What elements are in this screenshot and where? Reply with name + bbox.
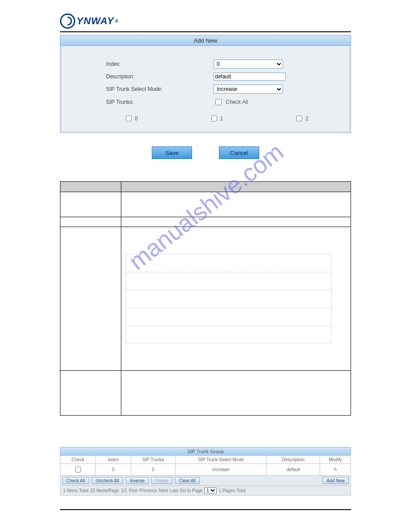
logo: YNWAY ® (0, 0, 411, 31)
row-check[interactable] (75, 467, 81, 472)
pager-previous[interactable]: Previous (139, 488, 157, 493)
check-all-checkbox[interactable] (215, 99, 222, 105)
cell-description: default (267, 464, 320, 476)
trunk-1-label: 1 (220, 116, 223, 122)
pager-goto-select[interactable]: 1 (204, 487, 217, 494)
trunk-0-checkbox[interactable] (126, 116, 132, 121)
trunk-group-title: SIP Trunk Group (60, 447, 351, 455)
inverse-button[interactable]: Inverse (126, 477, 149, 484)
cell-index: 0 (96, 464, 131, 476)
pager-first[interactable]: First (129, 488, 137, 493)
index-select[interactable]: 0 (214, 60, 283, 69)
logo-text: YNWAY (77, 15, 114, 27)
add-new-title: Add New (60, 35, 351, 46)
save-button[interactable]: Save (152, 146, 192, 159)
th-selectmode: SIP Trunk Select Mode (176, 456, 267, 464)
description-input[interactable] (214, 73, 286, 81)
cell-siptrunks: 0 (131, 464, 176, 476)
trunk-2-label: 2 (305, 116, 308, 122)
th-index: Index (96, 456, 131, 464)
pager-goto-label: Go to Page (180, 488, 203, 493)
delete-button[interactable]: Delete (151, 477, 172, 484)
pager-pages-total: 1 Pages Total (218, 488, 245, 493)
select-mode-select[interactable]: Increase (214, 85, 283, 94)
th-description: Description (267, 456, 320, 464)
modify-icon[interactable]: ✎ (320, 464, 351, 476)
uncheck-all-button[interactable]: Uncheck All (92, 477, 123, 484)
spec-table (60, 181, 351, 416)
trunk-group-table: Check Index SIP Trunks SIP Trunk Select … (60, 455, 351, 476)
index-label: Index: (61, 61, 214, 67)
select-mode-label: SIP Trunk Select Mode: (61, 86, 214, 92)
cell-selectmode: Increase (176, 464, 267, 476)
pager-perpage: 20 Items/Page (90, 488, 119, 493)
pager-next[interactable]: Next (158, 488, 168, 493)
check-all-label: Check All (226, 99, 248, 105)
description-label: Description: (61, 73, 214, 80)
cancel-button[interactable]: Cancel (219, 146, 259, 159)
th-check: Check (60, 456, 96, 464)
add-new-button[interactable]: Add New (322, 477, 349, 484)
table-row: 0 0 Increase default ✎ (60, 464, 351, 476)
clear-all-button[interactable]: Clear All (175, 477, 200, 484)
pager: 1 Items Total 20 Items/Page 1/1 First Pr… (60, 486, 351, 496)
th-siptrunks: SIP Trunks (131, 456, 176, 464)
logo-icon (60, 13, 75, 29)
trunk-2-checkbox[interactable] (296, 116, 302, 121)
trunk-1-checkbox[interactable] (211, 116, 217, 121)
logo-reg: ® (115, 19, 118, 24)
add-new-panel: Add New Index: 0 Description: SIP Trunk … (60, 35, 351, 133)
trunk-0-label: 0 (135, 116, 138, 122)
spec-inner-grid (126, 254, 332, 343)
pager-items-total: 1 Items Total (63, 488, 89, 493)
sip-trunks-label: SIP Trunks: (61, 99, 214, 105)
pager-frac: 1/1 (121, 488, 127, 493)
check-all-button[interactable]: Check All (62, 477, 89, 484)
pager-last[interactable]: Last (170, 488, 178, 493)
th-modify: Modify (320, 456, 351, 464)
